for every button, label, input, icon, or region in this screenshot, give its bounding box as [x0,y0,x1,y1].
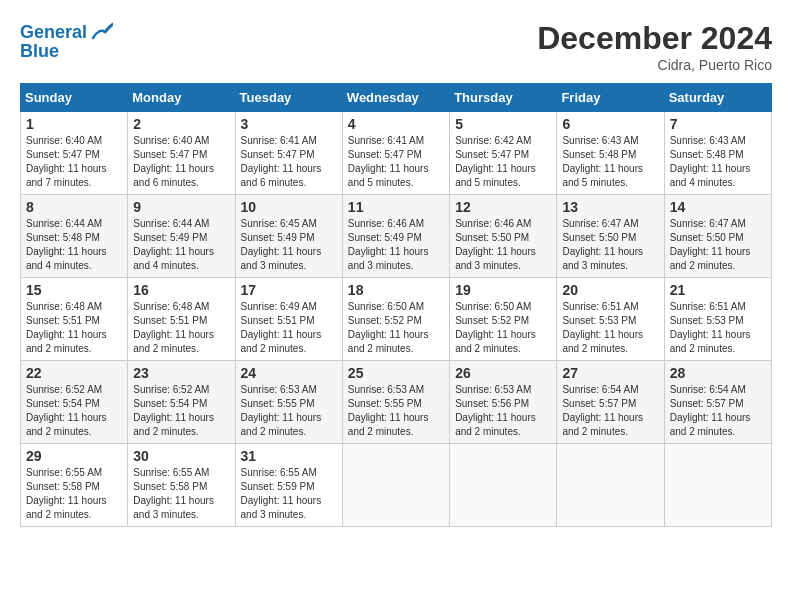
day-info: Sunrise: 6:48 AMSunset: 5:51 PMDaylight:… [133,300,229,356]
day-info: Sunrise: 6:44 AMSunset: 5:49 PMDaylight:… [133,217,229,273]
day-info: Sunrise: 6:46 AMSunset: 5:49 PMDaylight:… [348,217,444,273]
day-info: Sunrise: 6:53 AMSunset: 5:56 PMDaylight:… [455,383,551,439]
day-number: 1 [26,116,122,132]
calendar-cell: 18Sunrise: 6:50 AMSunset: 5:52 PMDayligh… [342,278,449,361]
day-info: Sunrise: 6:40 AMSunset: 5:47 PMDaylight:… [26,134,122,190]
calendar-cell: 12Sunrise: 6:46 AMSunset: 5:50 PMDayligh… [450,195,557,278]
column-header-saturday: Saturday [664,84,771,112]
day-number: 14 [670,199,766,215]
day-number: 11 [348,199,444,215]
day-info: Sunrise: 6:43 AMSunset: 5:48 PMDaylight:… [670,134,766,190]
day-info: Sunrise: 6:51 AMSunset: 5:53 PMDaylight:… [562,300,658,356]
logo-blue-text: Blue [20,42,59,62]
day-number: 8 [26,199,122,215]
day-number: 27 [562,365,658,381]
day-info: Sunrise: 6:43 AMSunset: 5:48 PMDaylight:… [562,134,658,190]
calendar-cell [342,444,449,527]
calendar-cell: 28Sunrise: 6:54 AMSunset: 5:57 PMDayligh… [664,361,771,444]
calendar-cell [450,444,557,527]
day-info: Sunrise: 6:55 AMSunset: 5:59 PMDaylight:… [241,466,337,522]
day-info: Sunrise: 6:40 AMSunset: 5:47 PMDaylight:… [133,134,229,190]
day-info: Sunrise: 6:53 AMSunset: 5:55 PMDaylight:… [241,383,337,439]
day-number: 12 [455,199,551,215]
location: Cidra, Puerto Rico [537,57,772,73]
day-info: Sunrise: 6:41 AMSunset: 5:47 PMDaylight:… [348,134,444,190]
calendar-week-row: 1Sunrise: 6:40 AMSunset: 5:47 PMDaylight… [21,112,772,195]
title-block: December 2024 Cidra, Puerto Rico [537,20,772,73]
day-number: 30 [133,448,229,464]
calendar-cell: 8Sunrise: 6:44 AMSunset: 5:48 PMDaylight… [21,195,128,278]
calendar-cell: 24Sunrise: 6:53 AMSunset: 5:55 PMDayligh… [235,361,342,444]
day-info: Sunrise: 6:54 AMSunset: 5:57 PMDaylight:… [562,383,658,439]
day-number: 16 [133,282,229,298]
day-info: Sunrise: 6:42 AMSunset: 5:47 PMDaylight:… [455,134,551,190]
day-number: 19 [455,282,551,298]
day-info: Sunrise: 6:54 AMSunset: 5:57 PMDaylight:… [670,383,766,439]
day-number: 13 [562,199,658,215]
day-info: Sunrise: 6:47 AMSunset: 5:50 PMDaylight:… [670,217,766,273]
calendar-week-row: 8Sunrise: 6:44 AMSunset: 5:48 PMDaylight… [21,195,772,278]
day-number: 29 [26,448,122,464]
day-number: 23 [133,365,229,381]
calendar-cell: 26Sunrise: 6:53 AMSunset: 5:56 PMDayligh… [450,361,557,444]
column-header-wednesday: Wednesday [342,84,449,112]
day-number: 10 [241,199,337,215]
day-info: Sunrise: 6:53 AMSunset: 5:55 PMDaylight:… [348,383,444,439]
calendar-cell: 20Sunrise: 6:51 AMSunset: 5:53 PMDayligh… [557,278,664,361]
day-number: 31 [241,448,337,464]
day-number: 2 [133,116,229,132]
page-header: General Blue December 2024 Cidra, Puerto… [20,20,772,73]
day-info: Sunrise: 6:55 AMSunset: 5:58 PMDaylight:… [26,466,122,522]
calendar-cell: 31Sunrise: 6:55 AMSunset: 5:59 PMDayligh… [235,444,342,527]
calendar-cell [664,444,771,527]
day-number: 26 [455,365,551,381]
day-info: Sunrise: 6:52 AMSunset: 5:54 PMDaylight:… [26,383,122,439]
column-header-thursday: Thursday [450,84,557,112]
day-number: 15 [26,282,122,298]
calendar-cell [557,444,664,527]
calendar-week-row: 15Sunrise: 6:48 AMSunset: 5:51 PMDayligh… [21,278,772,361]
column-header-sunday: Sunday [21,84,128,112]
calendar-cell: 1Sunrise: 6:40 AMSunset: 5:47 PMDaylight… [21,112,128,195]
day-number: 20 [562,282,658,298]
day-number: 9 [133,199,229,215]
calendar-week-row: 22Sunrise: 6:52 AMSunset: 5:54 PMDayligh… [21,361,772,444]
calendar-cell: 5Sunrise: 6:42 AMSunset: 5:47 PMDaylight… [450,112,557,195]
day-info: Sunrise: 6:49 AMSunset: 5:51 PMDaylight:… [241,300,337,356]
logo: General Blue [20,20,113,62]
logo-bird-icon [91,20,113,42]
day-number: 21 [670,282,766,298]
day-number: 3 [241,116,337,132]
column-header-tuesday: Tuesday [235,84,342,112]
calendar-cell: 17Sunrise: 6:49 AMSunset: 5:51 PMDayligh… [235,278,342,361]
day-number: 18 [348,282,444,298]
day-info: Sunrise: 6:47 AMSunset: 5:50 PMDaylight:… [562,217,658,273]
calendar-cell: 27Sunrise: 6:54 AMSunset: 5:57 PMDayligh… [557,361,664,444]
day-number: 5 [455,116,551,132]
day-info: Sunrise: 6:41 AMSunset: 5:47 PMDaylight:… [241,134,337,190]
day-info: Sunrise: 6:55 AMSunset: 5:58 PMDaylight:… [133,466,229,522]
calendar-cell: 2Sunrise: 6:40 AMSunset: 5:47 PMDaylight… [128,112,235,195]
logo-text: General [20,23,87,43]
day-info: Sunrise: 6:48 AMSunset: 5:51 PMDaylight:… [26,300,122,356]
calendar-cell: 21Sunrise: 6:51 AMSunset: 5:53 PMDayligh… [664,278,771,361]
calendar-cell: 15Sunrise: 6:48 AMSunset: 5:51 PMDayligh… [21,278,128,361]
calendar-cell: 11Sunrise: 6:46 AMSunset: 5:49 PMDayligh… [342,195,449,278]
day-number: 28 [670,365,766,381]
calendar-cell: 19Sunrise: 6:50 AMSunset: 5:52 PMDayligh… [450,278,557,361]
calendar-cell: 13Sunrise: 6:47 AMSunset: 5:50 PMDayligh… [557,195,664,278]
month-title: December 2024 [537,20,772,57]
calendar-cell: 10Sunrise: 6:45 AMSunset: 5:49 PMDayligh… [235,195,342,278]
calendar-cell: 3Sunrise: 6:41 AMSunset: 5:47 PMDaylight… [235,112,342,195]
day-info: Sunrise: 6:44 AMSunset: 5:48 PMDaylight:… [26,217,122,273]
calendar-cell: 14Sunrise: 6:47 AMSunset: 5:50 PMDayligh… [664,195,771,278]
day-info: Sunrise: 6:51 AMSunset: 5:53 PMDaylight:… [670,300,766,356]
calendar-cell: 9Sunrise: 6:44 AMSunset: 5:49 PMDaylight… [128,195,235,278]
calendar-cell: 22Sunrise: 6:52 AMSunset: 5:54 PMDayligh… [21,361,128,444]
day-number: 4 [348,116,444,132]
column-header-monday: Monday [128,84,235,112]
day-number: 7 [670,116,766,132]
calendar-cell: 30Sunrise: 6:55 AMSunset: 5:58 PMDayligh… [128,444,235,527]
day-info: Sunrise: 6:45 AMSunset: 5:49 PMDaylight:… [241,217,337,273]
calendar-cell: 7Sunrise: 6:43 AMSunset: 5:48 PMDaylight… [664,112,771,195]
